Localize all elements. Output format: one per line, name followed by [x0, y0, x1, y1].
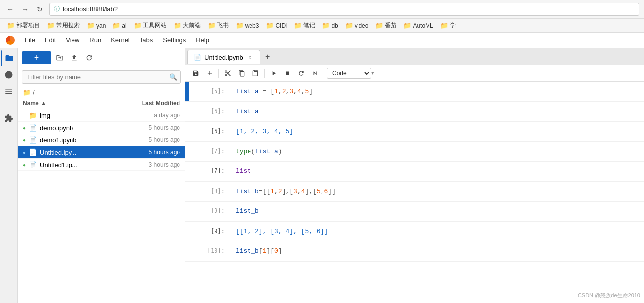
breadcrumb-path: / [33, 89, 35, 96]
cell-9-input[interactable]: [9]: list_b [185, 202, 644, 222]
cell-6-input[interactable]: [6]: list_a [185, 102, 644, 122]
cell-label: [6]: [189, 102, 229, 122]
menu-run[interactable]: Run [85, 34, 105, 46]
cell-7-output: [7]: list [185, 162, 644, 182]
folder-icon: 📁 [7, 22, 15, 29]
notebook-tab-icon: 📄 [194, 54, 201, 61]
run-cell-button[interactable] [267, 67, 280, 80]
restart-kernel-button[interactable] [295, 67, 308, 80]
address-text: localhost:8888/lab? [63, 5, 118, 13]
reload-button[interactable]: ↻ [35, 4, 45, 15]
toolbar-separator-3 [324, 69, 324, 78]
refresh-button[interactable] [83, 51, 96, 64]
address-bar[interactable]: ⓘ localhost:8888/lab? [49, 3, 639, 16]
bookmark-cidi[interactable]: 📁 CIDI [263, 21, 290, 30]
new-launcher-button[interactable]: + [22, 51, 51, 64]
tab-title: Untitled.ipynb [204, 54, 243, 61]
file-row-img[interactable]: 📁 img a day ago [18, 109, 185, 122]
menu-help[interactable]: Help [192, 34, 213, 46]
lock-icon: ⓘ [54, 5, 60, 13]
bookmark-feishu[interactable]: 📁 飞书 [205, 20, 232, 31]
file-modified-time: 5 hours ago [126, 136, 180, 143]
tab-close-button[interactable]: × [246, 53, 254, 61]
sidebar-extension-icon[interactable] [1, 110, 17, 126]
cell-type-select[interactable]: Code Markdown Raw [327, 68, 371, 79]
folder-icon: 📁 [47, 22, 55, 29]
bookmark-study[interactable]: 📁 学 [437, 20, 459, 31]
back-button[interactable]: ← [5, 4, 16, 15]
cell-6-output: [6]: [1, 2, 3, 4, 5] [185, 122, 644, 142]
file-row-untitled1[interactable]: ● 📄 Untitled1.ip... 3 hours ago [18, 159, 185, 171]
dot-icon: ● [23, 162, 27, 168]
cut-cell-button[interactable] [221, 67, 234, 80]
bookmark-deploy[interactable]: 📁 部署项目 [4, 20, 43, 31]
new-folder-button[interactable] [53, 51, 66, 64]
search-input[interactable] [22, 70, 181, 84]
cell-10-input[interactable]: [10]: list_b[1][0] [185, 241, 644, 262]
restart-run-all-button[interactable] [309, 67, 322, 80]
svg-point-0 [5, 71, 12, 79]
cell-8-input[interactable]: [8]: list_b=[[1,2],[3,4],[5,6]] [185, 182, 644, 202]
sidebar-running-icon[interactable] [1, 67, 17, 83]
file-row-demo1[interactable]: ● 📄 demo1.ipynb 5 hours ago [18, 134, 185, 146]
cell-code[interactable]: list_a = [1,2,3,4,5] [229, 82, 644, 101]
sidebar-files-icon[interactable] [1, 50, 17, 66]
notebook-tab-untitled[interactable]: 📄 Untitled.ipynb × [187, 50, 260, 64]
file-row-untitled[interactable]: ● 📄 Untitled.ipy... 5 hours ago [18, 146, 185, 159]
add-cell-button[interactable] [203, 67, 216, 80]
menu-settings[interactable]: Settings [159, 34, 190, 46]
bookmark-label: db [331, 22, 338, 29]
forward-button[interactable]: → [20, 4, 31, 15]
column-name-sort[interactable]: Name ▲ [23, 100, 121, 107]
bookmark-label: video [355, 22, 369, 29]
bookmark-label: 部署项目 [16, 21, 40, 30]
cell-indicator [185, 122, 189, 141]
bookmark-db[interactable]: 📁 db [319, 21, 341, 30]
upload-button[interactable] [68, 51, 81, 64]
bookmark-automl[interactable]: 📁 AutoML [400, 21, 436, 30]
cell-indicator [185, 202, 189, 221]
cell-5-input[interactable]: [5]: list_a = [1,2,3,4,5] [185, 82, 644, 102]
notebook-icon: 📄 [29, 148, 37, 156]
bookmark-web3[interactable]: 📁 web3 [233, 21, 262, 30]
cell-active-indicator [185, 82, 189, 101]
cell-code[interactable]: list_b [229, 202, 644, 221]
bookmark-search[interactable]: 📁 常用搜索 [44, 20, 83, 31]
bookmark-ai[interactable]: 📁 ai [109, 21, 129, 30]
bookmark-frontend[interactable]: 📁 大前端 [171, 20, 204, 31]
cell-code[interactable]: type(list_a) [229, 142, 644, 162]
folder-icon: 📁 [236, 22, 244, 29]
bookmark-tools[interactable]: 📁 工具网站 [131, 20, 170, 31]
menu-view[interactable]: View [62, 34, 83, 46]
cell-indicator [185, 241, 189, 261]
menu-file[interactable]: File [21, 34, 39, 46]
bookmark-label: CIDI [275, 22, 287, 29]
paste-cell-button[interactable] [249, 67, 262, 80]
cell-label: [7]: [189, 162, 229, 181]
cell-code[interactable]: list_b=[[1,2],[3,4],[5,6]] [229, 182, 644, 202]
menu-tabs[interactable]: Tabs [136, 34, 157, 46]
cell-7-input[interactable]: [7]: type(list_a) [185, 142, 644, 162]
folder-icon: 📁 [87, 22, 95, 29]
sidebar-commands-icon[interactable] [1, 84, 17, 100]
sidebar-icons [0, 48, 18, 303]
bookmark-yan[interactable]: 📁 yan [84, 21, 108, 30]
cell-label: [9]: [189, 222, 229, 241]
stop-kernel-button[interactable] [281, 67, 294, 80]
cell-output: [1, 2, 3, 4, 5] [229, 122, 644, 141]
bookmark-notes[interactable]: 📁 笔记 [291, 20, 318, 31]
notebook-icon: 📄 [29, 124, 37, 132]
cell-code[interactable]: list_a [229, 102, 644, 122]
bookmark-video[interactable]: 📁 video [342, 21, 372, 30]
save-button[interactable] [189, 67, 202, 80]
copy-cell-button[interactable] [235, 67, 248, 80]
menu-edit[interactable]: Edit [41, 34, 60, 46]
bookmark-label: 飞书 [217, 21, 229, 30]
menu-kernel[interactable]: Kernel [107, 34, 134, 46]
cell-code[interactable]: list_b[1][0] [229, 241, 644, 261]
file-row-demo[interactable]: ● 📄 demo.ipynb 5 hours ago [18, 122, 185, 134]
code-var: list_a [236, 108, 259, 115]
notebook-toolbar: Code Markdown Raw ▾ [185, 65, 644, 82]
bookmark-tomato[interactable]: 📁 番茄 [372, 20, 399, 31]
new-tab-button[interactable]: + [261, 50, 274, 63]
